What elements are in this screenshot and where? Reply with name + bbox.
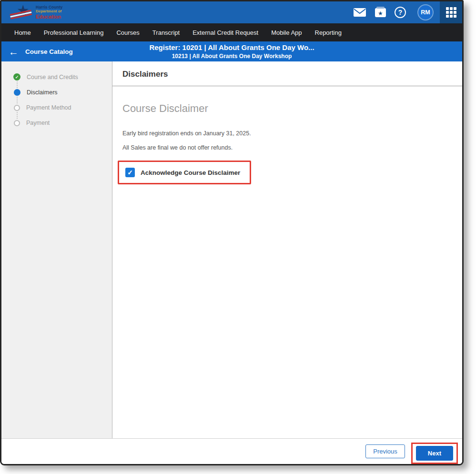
- checkbox-check-icon: ✓: [127, 169, 133, 176]
- nav-item-external-credit-request[interactable]: External Credit Request: [192, 29, 258, 36]
- wizard-footer: Previous Next: [1, 438, 462, 464]
- previous-button[interactable]: Previous: [365, 444, 405, 458]
- step-course-and-credits[interactable]: ✓ Course and Credits: [13, 73, 112, 81]
- wizard-stepper: ✓ Course and Credits Disclaimers Payment…: [1, 61, 112, 438]
- bookmark-calendar-icon[interactable]: ★: [375, 8, 386, 17]
- step-label: Payment Method: [26, 104, 71, 111]
- disclaimer-text-1: Early bird registration ends on January …: [122, 130, 452, 137]
- org-logo-text: Harris County Department of Education: [36, 5, 62, 20]
- top-app-bar: ★ Harris County Department of Education …: [1, 1, 462, 23]
- step-payment-method[interactable]: Payment Method: [13, 104, 112, 111]
- step-connector: [17, 97, 112, 103]
- main-panel: Disclaimers Course Disclaimer Early bird…: [112, 61, 462, 438]
- register-header-bar: ← Course Catalog Register: 10201 | All A…: [1, 41, 462, 61]
- main-nav: Home Professional Learning Courses Trans…: [1, 23, 462, 41]
- disclaimer-section: Course Disclaimer Early bird registratio…: [112, 86, 462, 196]
- nav-item-home[interactable]: Home: [14, 29, 31, 36]
- register-title: Register: 10201 | All About Grants One D…: [149, 43, 314, 52]
- step-pending-icon: [14, 120, 20, 126]
- step-connector: [17, 112, 112, 119]
- acknowledge-checkbox-label: Acknowledge Course Disclaimer: [141, 169, 240, 176]
- org-logo: ★ Harris County Department of Education: [10, 4, 62, 21]
- nav-item-mobile-app[interactable]: Mobile App: [271, 29, 302, 36]
- nav-item-professional-learning[interactable]: Professional Learning: [44, 29, 104, 36]
- help-icon[interactable]: ?: [395, 7, 406, 18]
- step-pending-icon: [14, 105, 20, 111]
- step-connector: [17, 81, 112, 88]
- step-complete-icon: ✓: [13, 73, 20, 81]
- app-window: ★ Harris County Department of Education …: [0, 0, 464, 465]
- page-title: Disclaimers: [112, 61, 462, 86]
- register-subtitle: 10213 | All About Grants One Day Worksho…: [172, 52, 292, 60]
- nav-item-courses[interactable]: Courses: [116, 29, 139, 36]
- disclaimer-text-2: All Sales are final we do not offer refu…: [122, 144, 452, 151]
- logo-line-3: Education: [36, 14, 62, 20]
- back-arrow-icon[interactable]: ←: [9, 47, 19, 57]
- step-label: Disclaimers: [27, 89, 58, 96]
- logo-line-2: Department of: [36, 10, 62, 14]
- step-label: Course and Credits: [27, 74, 78, 81]
- star-glyph: ★: [378, 10, 383, 17]
- step-label: Payment: [26, 120, 50, 126]
- mail-icon[interactable]: [354, 8, 366, 17]
- annotation-checkbox-highlight: ✓ Acknowledge Course Disclaimer: [118, 161, 251, 184]
- user-avatar[interactable]: RM: [417, 4, 434, 20]
- next-button[interactable]: Next: [416, 446, 453, 461]
- annotation-next-highlight: Next: [411, 443, 458, 464]
- step-disclaimers[interactable]: Disclaimers: [13, 89, 112, 96]
- org-logo-icon: ★: [10, 4, 35, 21]
- apps-grid-icon[interactable]: [440, 1, 462, 23]
- content-area: ✓ Course and Credits Disclaimers Payment…: [1, 61, 462, 438]
- step-active-icon: [14, 89, 20, 96]
- help-glyph: ?: [398, 9, 403, 16]
- nav-item-reporting[interactable]: Reporting: [315, 29, 342, 36]
- top-bar-actions: ★ ? RM: [354, 1, 462, 23]
- course-disclaimer-heading: Course Disclaimer: [122, 102, 452, 115]
- acknowledge-checkbox[interactable]: ✓: [125, 168, 135, 177]
- waffle-grid: [446, 7, 456, 18]
- avatar-initials: RM: [421, 9, 430, 16]
- step-payment[interactable]: Payment: [13, 120, 112, 126]
- course-catalog-link[interactable]: Course Catalog: [25, 48, 73, 55]
- nav-item-transcript[interactable]: Transcript: [152, 29, 180, 36]
